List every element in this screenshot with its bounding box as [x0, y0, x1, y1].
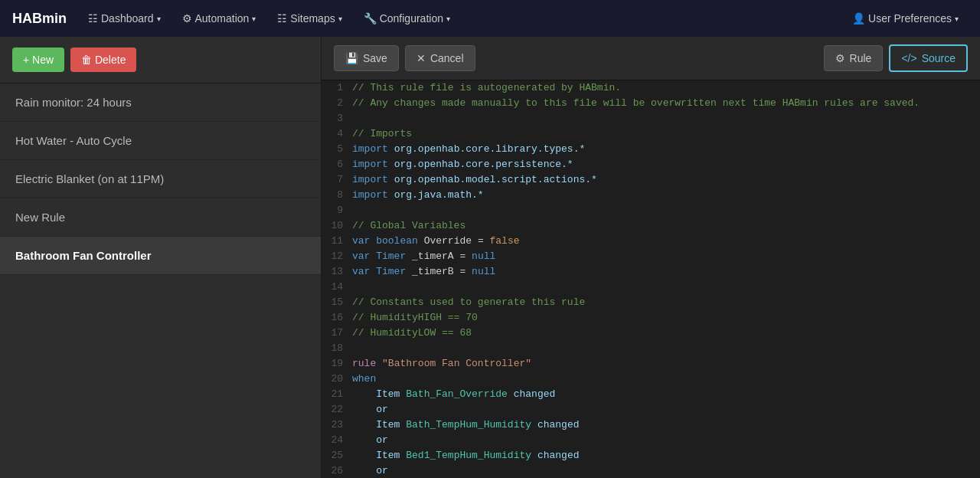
nav-sitemaps[interactable]: ☷ Sitemaps ▾ — [268, 8, 351, 29]
code-line-21: 21 Item Bath_Fan_Override changed — [322, 387, 980, 402]
code-line-17: 17 // HumidityLOW == 68 — [322, 326, 980, 341]
nav-dashboard[interactable]: ☷ Dashboard ▾ — [79, 8, 170, 29]
code-line-23: 23 Item Bath_TempHum_Humidity changed — [322, 417, 980, 433]
code-line-18: 18 — [322, 341, 980, 356]
user-dropdown-arrow: ▾ — [955, 15, 959, 23]
list-item-electric-blanket[interactable]: Electric Blanket (on at 11PM) — [0, 160, 321, 198]
code-line-19: 19 rule "Bathroom Fan Controller" — [322, 356, 980, 372]
list-item-hot-water[interactable]: Hot Water - Auto Cycle — [0, 122, 321, 160]
cancel-icon: ✕ — [416, 52, 426, 64]
code-line-12: 12 var Timer _timerA = null — [322, 249, 980, 264]
code-line-13: 13 var Timer _timerB = null — [322, 264, 980, 280]
rule-icon: ⚙ — [835, 52, 845, 64]
source-icon: </> — [901, 52, 916, 64]
app-brand: HABmin — [12, 11, 67, 27]
code-line-4: 4 // Imports — [322, 126, 980, 142]
nav-automation[interactable]: ⚙ Automation ▾ — [173, 8, 266, 29]
code-line-20: 20 when — [322, 372, 980, 387]
automation-dropdown-arrow: ▾ — [252, 15, 256, 23]
user-preferences-menu[interactable]: 👤 User Preferences ▾ — [843, 8, 968, 29]
config-dropdown-arrow: ▾ — [446, 15, 450, 23]
dashboard-icon: ☷ — [88, 12, 98, 25]
save-icon: 💾 — [345, 52, 358, 64]
editor-toolbar: 💾 💾 Save Save ✕ Cancel ⚙ Rule </> Source — [322, 37, 980, 80]
source-button[interactable]: </> Source — [889, 44, 968, 72]
rules-list: Rain monitor: 24 hours Hot Water - Auto … — [0, 83, 321, 478]
cancel-button[interactable]: ✕ Cancel — [405, 45, 475, 71]
list-item-new-rule[interactable]: New Rule — [0, 198, 321, 237]
new-button[interactable]: + New — [12, 47, 64, 72]
nav-configuration[interactable]: 🔧 Configuration ▾ — [354, 8, 459, 29]
code-line-25: 25 Item Bed1_TempHum_Humidity changed — [322, 448, 980, 463]
sidebar-toolbar: + New 🗑 Delete — [0, 37, 321, 83]
sidebar: + New 🗑 Delete Rain monitor: 24 hours Ho… — [0, 37, 322, 478]
sitemaps-icon: ☷ — [277, 12, 287, 25]
code-line-11: 11 var boolean Override = false — [322, 234, 980, 249]
code-line-10: 10 // Global Variables — [322, 218, 980, 234]
code-line-5: 5 import org.openhab.core.library.types.… — [322, 142, 980, 157]
code-line-24: 24 or — [322, 433, 980, 448]
top-navbar: HABmin ☷ Dashboard ▾ ⚙ Automation ▾ ☷ Si… — [0, 0, 980, 37]
code-line-16: 16 // HumidityHIGH == 70 — [322, 310, 980, 326]
code-line-1: 1 // This rule file is autogenerated by … — [322, 80, 980, 96]
sitemaps-dropdown-arrow: ▾ — [338, 15, 342, 23]
rule-button[interactable]: ⚙ Rule — [824, 45, 884, 71]
user-icon: 👤 — [852, 12, 865, 25]
nav-right: 👤 User Preferences ▾ — [843, 8, 968, 29]
code-line-22: 22 or — [322, 402, 980, 417]
save-button[interactable]: 💾 💾 Save Save — [334, 45, 399, 71]
list-item-rain-monitor[interactable]: Rain monitor: 24 hours — [0, 83, 321, 122]
code-line-7: 7 import org.openhab.model.script.action… — [322, 172, 980, 188]
dashboard-dropdown-arrow: ▾ — [157, 15, 161, 23]
code-line-8: 8 import org.java.math.* — [322, 188, 980, 203]
code-line-6: 6 import org.openhab.core.persistence.* — [322, 157, 980, 172]
code-line-15: 15 // Constants used to generate this ru… — [322, 295, 980, 310]
code-editor[interactable]: 1 // This rule file is autogenerated by … — [322, 80, 980, 478]
code-line-2: 2 // Any changes made manually to this f… — [322, 96, 980, 111]
automation-icon: ⚙ — [182, 12, 192, 25]
code-line-9: 9 — [322, 203, 980, 218]
code-line-3: 3 — [322, 111, 980, 126]
code-line-26: 26 or — [322, 463, 980, 478]
delete-button[interactable]: 🗑 Delete — [70, 47, 136, 72]
main-layout: + New 🗑 Delete Rain monitor: 24 hours Ho… — [0, 37, 980, 478]
config-icon: 🔧 — [364, 12, 377, 25]
editor-area: 💾 💾 Save Save ✕ Cancel ⚙ Rule </> Source… — [322, 37, 980, 478]
code-line-14: 14 — [322, 280, 980, 295]
list-item-bathroom-fan[interactable]: Bathroom Fan Controller — [0, 237, 321, 275]
